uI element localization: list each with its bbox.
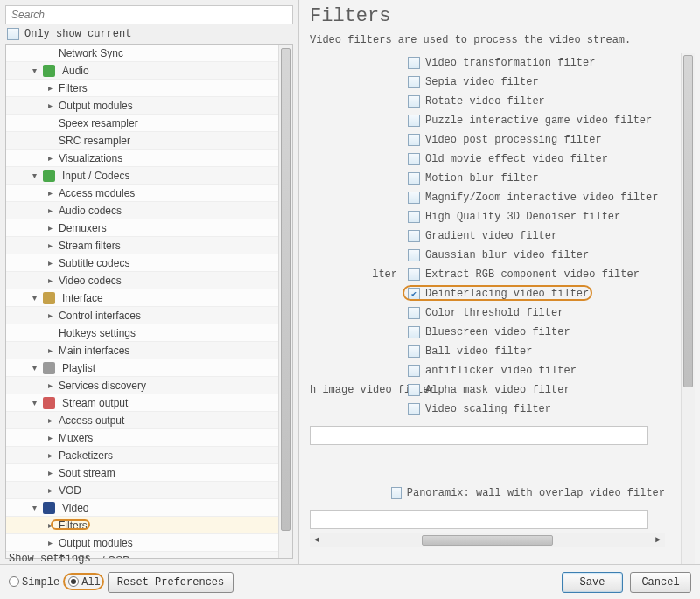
tree-twisty-icon[interactable]: ▸ (45, 468, 55, 477)
filter-checkbox[interactable] (408, 153, 420, 165)
panoramix-item[interactable]: Panoramix: wall with overlap video filte… (310, 484, 665, 503)
save-button[interactable]: Save (562, 572, 623, 593)
tree-item[interactable]: Network Sync (6, 45, 292, 62)
tree-twisty-icon[interactable]: ▸ (45, 205, 55, 215)
tree-item[interactable]: ▸Access output (6, 412, 292, 429)
only-show-current-checkbox[interactable] (7, 28, 19, 40)
cancel-button[interactable]: Cancel (630, 572, 691, 593)
filter-checkbox[interactable] (408, 365, 420, 377)
tree-twisty-icon[interactable]: ▸ (45, 223, 55, 233)
tree-item[interactable]: ▸Audio codecs (6, 202, 292, 219)
tree-twisty-icon[interactable]: ▾ (29, 293, 39, 303)
tree-twisty-icon[interactable]: ▸ (45, 450, 55, 460)
tree-item[interactable]: ▾Playlist (6, 359, 292, 377)
filter-item[interactable]: lterExtract RGB component video filter (310, 265, 665, 284)
filter-item[interactable]: Magnify/Zoom interactive video filter (310, 188, 665, 207)
filter-checkbox[interactable] (391, 487, 402, 499)
filter-item[interactable]: Gaussian blur video filter (310, 246, 665, 265)
tree-item[interactable]: ▾Audio (6, 62, 292, 80)
filter-checkbox[interactable] (408, 192, 420, 204)
tree-item[interactable]: ▸Services discovery (6, 377, 292, 394)
filter-checkbox[interactable] (408, 230, 420, 242)
tree-item[interactable]: ▾Interface (6, 289, 292, 307)
tree-item[interactable]: ▸Output modules (6, 97, 292, 115)
tree-twisty-icon[interactable]: ▸ (45, 275, 55, 285)
search-input[interactable] (5, 5, 293, 24)
tree-twisty-icon[interactable]: ▸ (45, 538, 55, 547)
tree-twisty-icon[interactable]: ▸ (45, 345, 55, 355)
filter-item[interactable]: h image video filterAlpha mask video fil… (310, 380, 665, 400)
tree-item[interactable]: Hotkeys settings (6, 324, 292, 342)
tree-item[interactable]: ▸Packetizers (6, 447, 292, 464)
tree-twisty-icon[interactable]: ▸ (45, 433, 55, 442)
tree-item[interactable]: ▸Demuxers (6, 219, 292, 237)
tree-twisty-icon[interactable]: ▾ (29, 503, 39, 512)
filter-item[interactable]: Rotate video filter (310, 92, 665, 111)
tree-item[interactable]: ▾Input / Codecs (6, 167, 292, 185)
tree-item[interactable]: ▾Video (6, 499, 292, 517)
filters-scrollbar[interactable] (681, 53, 695, 564)
tree-item[interactable]: ▸Filters (6, 517, 292, 534)
tree-twisty-icon[interactable]: ▾ (29, 66, 39, 75)
filter-item[interactable]: High Quality 3D Denoiser filter (310, 207, 665, 226)
filter-item[interactable]: Old movie effect video filter (310, 150, 665, 169)
filter-checkbox[interactable] (408, 95, 420, 108)
reset-preferences-button[interactable]: Reset Preferences (108, 572, 234, 593)
filter-checkbox[interactable] (408, 326, 420, 338)
filter-item[interactable]: antiflicker video filter (310, 361, 665, 380)
filter-item[interactable]: Ball video filter (310, 342, 665, 361)
tree-twisty-icon[interactable]: ▸ (45, 153, 55, 163)
tree-item[interactable]: ▸Video codecs (6, 272, 292, 289)
tree-twisty-icon[interactable]: ▸ (45, 240, 55, 250)
text-field[interactable] (310, 510, 648, 529)
filter-checkbox[interactable] (408, 307, 420, 319)
tree-item[interactable]: ▸Visualizations (6, 150, 292, 167)
filter-checkbox[interactable] (408, 76, 420, 88)
filter-item[interactable]: Motion blur filter (310, 169, 665, 188)
tree-item[interactable]: ▸Main interfaces (6, 342, 292, 359)
tree-twisty-icon[interactable]: ▸ (45, 258, 55, 268)
filter-item[interactable]: Bluescreen video filter (310, 323, 665, 342)
filter-checkbox[interactable] (408, 288, 420, 300)
filter-item[interactable]: Color threshold filter (310, 303, 665, 323)
text-field[interactable] (310, 426, 648, 445)
filter-checkbox[interactable] (408, 211, 420, 223)
tree-twisty-icon[interactable]: ▸ (45, 380, 55, 390)
tree-item[interactable]: Speex resampler (6, 115, 292, 132)
radio-all[interactable]: All (68, 576, 101, 589)
tree-twisty-icon[interactable]: ▸ (45, 310, 55, 320)
filter-checkbox[interactable] (408, 249, 420, 261)
tree-twisty-icon[interactable]: ▾ (29, 398, 39, 407)
filter-checkbox[interactable] (408, 115, 420, 127)
filter-item[interactable]: Video scaling filter (310, 400, 665, 419)
tree-item[interactable]: ▸Access modules (6, 185, 292, 202)
tree-twisty-icon[interactable]: ▸ (45, 101, 55, 110)
filter-item[interactable]: Deinterlacing video filter (310, 284, 665, 303)
filter-checkbox[interactable] (408, 134, 420, 146)
tree-scrollbar[interactable] (278, 45, 292, 558)
filter-item[interactable]: Gradient video filter (310, 226, 665, 246)
tree-twisty-icon[interactable]: ▾ (29, 171, 39, 180)
tree-item[interactable]: SRC resampler (6, 132, 292, 150)
tree-item[interactable]: ▸Muxers (6, 429, 292, 447)
tree-item[interactable]: ▸VOD (6, 482, 292, 499)
filter-checkbox[interactable] (408, 268, 420, 281)
filter-checkbox[interactable] (408, 403, 420, 415)
tree-twisty-icon[interactable]: ▾ (29, 363, 39, 373)
filter-item[interactable]: Video transformation filter (310, 53, 665, 73)
horizontal-scrollbar[interactable]: ◄► (310, 533, 665, 547)
preferences-tree[interactable]: Network Sync▾Audio▸Filters▸Output module… (5, 44, 293, 559)
filter-item[interactable]: Sepia video filter (310, 73, 665, 92)
filter-checkbox[interactable] (408, 345, 420, 358)
tree-item[interactable]: ▸Output modules (6, 534, 292, 552)
filter-checkbox[interactable] (408, 172, 420, 185)
filter-item[interactable]: Video post processing filter (310, 130, 665, 150)
tree-twisty-icon[interactable]: ▸ (45, 83, 55, 93)
tree-item[interactable]: ▸Sout stream (6, 464, 292, 482)
tree-item[interactable]: ▸Subtitle codecs (6, 254, 292, 272)
tree-twisty-icon[interactable]: ▸ (45, 415, 55, 425)
filter-checkbox[interactable] (408, 384, 420, 396)
filter-item[interactable]: Puzzle interactive game video filter (310, 111, 665, 130)
filter-checkbox[interactable] (408, 57, 420, 69)
tree-item[interactable]: ▸Control interfaces (6, 307, 292, 324)
